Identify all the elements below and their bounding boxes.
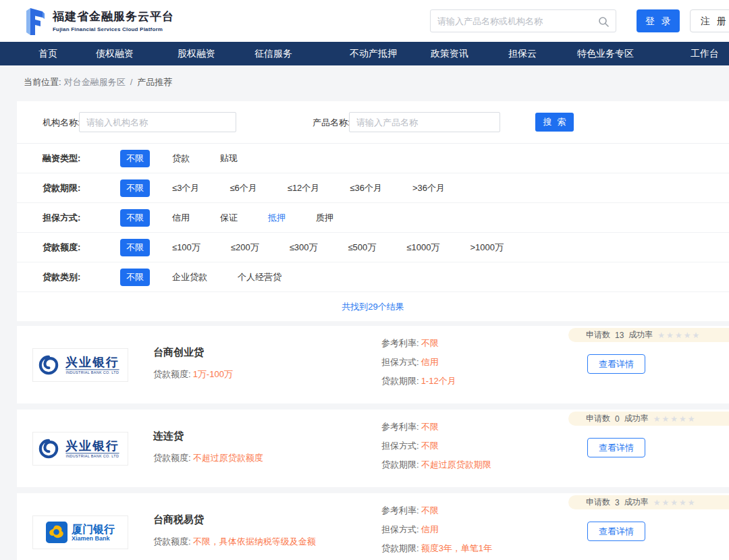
filter-option[interactable]: ≤100万 [172,242,200,254]
header-search [430,9,616,32]
filter-option[interactable]: ≤12个月 [288,182,320,194]
nav-item-mortgage[interactable]: 不动产抵押 [350,42,397,65]
view-details-button[interactable]: 查看详情 [587,354,645,374]
filter-option[interactable]: >36个月 [412,182,445,194]
filter-option[interactable]: ≤1000万 [406,242,439,254]
org-name-input[interactable] [79,112,236,132]
nav-item-workbench[interactable]: 工作台 [691,42,719,65]
filter-option[interactable]: 保证 [220,212,238,224]
filter-row-financing-type: 融资类型: 不限 贷款 贴现 [17,144,729,173]
industrial-bank-swirl-icon [38,439,59,459]
nav-item-debt[interactable]: 债权融资 [96,42,134,65]
rating-stars-icon: ★★★★★ [653,414,697,424]
filter-option[interactable]: ≤6个月 [230,182,256,194]
bank-logo-text: 兴业银行 INDUSTRIAL BANK CO. LTD [63,356,122,374]
filter-label: 贷款额度: [43,233,80,262]
rating-stars-icon: ★★★★★ [657,331,701,340]
apply-count-value: 13 [615,331,624,340]
loan-amount-line: 贷款额度:不超过原贷款额度 [153,452,263,464]
loan-amount-line: 贷款额度:不限，具体依据纳税等级及金额 [153,536,316,548]
nav-item-policy[interactable]: 政策资讯 [431,42,468,65]
view-details-button[interactable]: 查看详情 [587,438,645,457]
breadcrumb: 当前位置:对台金融服务区/产品推荐 [24,76,172,88]
brand: 福建省金融服务云平台 Fujian Financial Services Clo… [53,9,174,32]
nav-item-special[interactable]: 特色业务专区 [577,42,634,65]
stats-ribbon: 申请数13 成功率 ★★★★★ [568,328,729,342]
filter-option[interactable]: 贷款 [172,152,190,165]
filter-label: 担保方式: [43,203,80,233]
filter-option[interactable]: 贴现 [220,152,238,165]
brand-logo-icon [20,7,47,36]
filter-option[interactable]: 个人经营贷 [238,271,281,283]
breadcrumb-separator: / [130,77,133,87]
breadcrumb-label: 当前位置: [24,77,61,87]
nav-item-credit[interactable]: 征信服务 [254,42,292,65]
nav-item-home[interactable]: 首页 [38,42,57,65]
brand-title: 福建省金融服务云平台 [53,9,174,24]
apply-count-value: 0 [615,414,620,424]
success-rate-label: 成功率 [624,413,649,424]
term-line: 贷款期限:额度3年，单笔1年 [381,542,492,555]
rate-line: 参考利率:不限 [381,421,439,433]
breadcrumb-parent-link[interactable]: 对台金融服务区 [64,77,126,87]
filter-option[interactable]: ≤3个月 [172,182,199,194]
filter-option[interactable]: 信用 [172,212,190,224]
bank-logo-xiamen: 厦门银行 Xiamen Bank [32,515,128,549]
search-form-row: 机构名称: 产品名称: 搜 索 [17,101,729,144]
view-details-button[interactable]: 查看详情 [587,522,645,541]
top-header: 福建省金融服务云平台 Fujian Financial Services Clo… [0,0,729,42]
rating-stars-icon: ★★★★★ [653,498,697,507]
filter-option[interactable]: ≤200万 [231,242,259,254]
brand-subtitle: Fujian Financial Services Cloud Platform [53,26,174,32]
filter-option[interactable]: >1000万 [470,242,504,254]
filter-panel: 机构名称: 产品名称: 搜 索 融资类型: 不限 贷款 贴现 贷款期限: 不限 … [17,101,729,321]
search-button[interactable]: 搜 索 [535,113,574,132]
product-name-input[interactable] [349,112,500,132]
bank-logo-industrial: 兴业银行 INDUSTRIAL BANK CO. LTD [32,432,128,466]
filter-row-loan-term: 贷款期限: 不限 ≤3个月 ≤6个月 ≤12个月 ≤36个月 >36个月 [17,173,729,203]
bank-logo-text: 兴业银行 INDUSTRIAL BANK CO. LTD [63,440,122,458]
apply-count-label: 申请数 [586,413,610,424]
term-line: 贷款期限:不超过原贷款期限 [381,459,491,471]
filter-chip-unlimited[interactable]: 不限 [120,150,150,167]
filter-option[interactable]: ≤500万 [348,242,376,254]
term-line: 贷款期限:1-12个月 [381,375,456,387]
filter-option[interactable]: 质押 [316,212,333,224]
filter-row-loan-amount: 贷款额度: 不限 ≤100万 ≤200万 ≤300万 ≤500万 ≤1000万 … [17,233,729,262]
guarantee-line: 担保方式:信用 [381,356,439,368]
success-rate-label: 成功率 [624,497,649,508]
stats-ribbon: 申请数0 成功率 ★★★★★ [568,412,729,426]
rate-line: 参考利率:不限 [381,337,439,349]
filter-row-loan-category: 贷款类别: 不限 企业贷款 个人经营贷 [17,262,729,292]
filter-chip-unlimited[interactable]: 不限 [120,269,150,286]
filter-option[interactable]: ≤36个月 [350,182,382,194]
product-card: 厦门银行 Xiamen Bank 台商税易贷 贷款额度:不限，具体依据纳税等级及… [17,493,729,560]
filter-label: 贷款类别: [43,262,80,292]
success-rate-label: 成功率 [628,329,653,341]
apply-count-label: 申请数 [586,497,610,508]
filter-option[interactable]: ≤300万 [290,242,318,254]
register-button[interactable]: 注 册 [690,9,729,32]
filter-chip-unlimited[interactable]: 不限 [120,239,150,256]
filter-option[interactable]: 企业贷款 [172,271,207,283]
stats-ribbon: 申请数3 成功率 ★★★★★ [568,495,729,509]
bank-logo-industrial: 兴业银行 INDUSTRIAL BANK CO. LTD [32,348,128,382]
product-title[interactable]: 连连贷 [153,430,184,443]
apply-count-value: 3 [615,498,620,507]
product-title[interactable]: 台商创业贷 [153,346,204,359]
filter-option-highlighted[interactable]: 抵押 [268,212,286,224]
product-title[interactable]: 台商税易贷 [153,513,204,526]
header-search-input[interactable] [431,10,616,32]
nav-item-guarantee[interactable]: 担保云 [508,42,537,65]
org-name-label: 机构名称: [43,117,80,129]
filter-label: 贷款期限: [43,173,80,203]
results-summary: 共找到29个结果 [17,292,729,321]
filter-chip-unlimited[interactable]: 不限 [120,209,150,227]
guarantee-line: 担保方式:不限 [381,440,439,452]
nav-item-equity[interactable]: 股权融资 [178,42,215,65]
login-button[interactable]: 登 录 [637,9,680,32]
breadcrumb-current: 产品推荐 [137,77,172,87]
filter-chip-unlimited[interactable]: 不限 [120,179,150,197]
search-icon[interactable] [597,16,610,28]
filter-row-guarantee-method: 担保方式: 不限 信用 保证 抵押 质押 [17,203,729,233]
